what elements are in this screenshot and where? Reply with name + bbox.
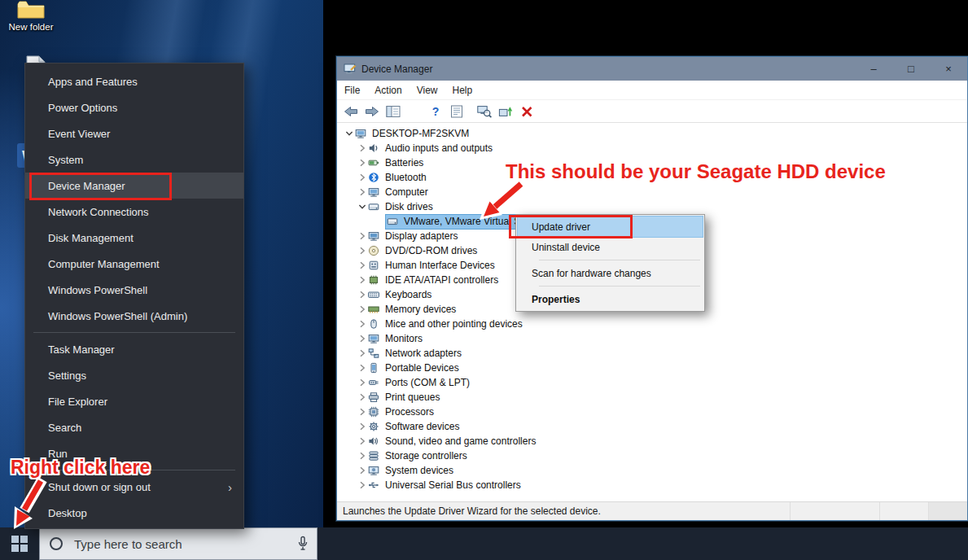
tree-item-ports-com-lpt[interactable]: Ports (COM & LPT) bbox=[337, 375, 967, 390]
tree-item-system-devices[interactable]: System devices bbox=[337, 463, 967, 478]
tree-item-software-devices[interactable]: Software devices bbox=[337, 419, 967, 434]
usb-controller-icon bbox=[368, 479, 380, 491]
chevron-down-icon[interactable] bbox=[357, 201, 368, 212]
tree-item-audio-inputs-and-outputs[interactable]: Audio inputs and outputs bbox=[337, 141, 967, 155]
resize-grip[interactable] bbox=[928, 502, 967, 520]
chevron-right-icon[interactable] bbox=[357, 479, 368, 491]
winx-item-windows-powershell-admin[interactable]: Windows PowerShell (Admin) bbox=[25, 303, 243, 329]
chevron-right-icon[interactable] bbox=[357, 245, 368, 256]
chevron-right-icon[interactable] bbox=[357, 333, 368, 344]
menu-help[interactable]: Help bbox=[445, 85, 480, 96]
chevron-right-icon[interactable] bbox=[357, 304, 368, 315]
winx-item-apps-and-features[interactable]: Apps and Features bbox=[25, 68, 243, 94]
context-item-scan-for-hardware-changes[interactable]: Scan for hardware changes bbox=[518, 263, 703, 283]
tree-item-print-queues[interactable]: Print queues bbox=[337, 390, 967, 405]
tree-item-processors[interactable]: Processors bbox=[337, 405, 967, 419]
tree-item-mice-and-other-pointing-devices[interactable]: Mice and other pointing devices bbox=[337, 317, 967, 331]
chevron-right-icon[interactable] bbox=[357, 274, 368, 286]
tree-item-label: DESKTOP-MF2SKVM bbox=[370, 128, 471, 139]
chevron-right-icon[interactable] bbox=[357, 450, 368, 462]
tree-item-label: Universal Serial Bus controllers bbox=[383, 479, 523, 491]
winx-item-disk-management[interactable]: Disk Management bbox=[25, 225, 243, 251]
desktop-icon-new-folder[interactable]: New folder bbox=[5, 0, 57, 32]
microphone-icon[interactable] bbox=[297, 536, 309, 552]
chevron-right-icon[interactable] bbox=[357, 230, 368, 242]
winx-item-label: Search bbox=[48, 422, 81, 434]
menu-view[interactable]: View bbox=[410, 85, 445, 96]
tree-item-desktop-mf2skvm[interactable]: DESKTOP-MF2SKVM bbox=[337, 126, 967, 141]
status-text: Launches the Update Driver Wizard for th… bbox=[337, 505, 790, 517]
menu-file[interactable]: File bbox=[337, 85, 367, 96]
serial-port-icon bbox=[368, 377, 380, 388]
tree-item-label: Batteries bbox=[383, 157, 425, 168]
menu-action[interactable]: Action bbox=[367, 85, 409, 96]
tree-item-label: Display adapters bbox=[383, 230, 459, 242]
help-icon[interactable]: ? bbox=[427, 103, 444, 120]
winx-item-task-manager[interactable]: Task Manager bbox=[25, 336, 243, 362]
tree-item-storage-controllers[interactable]: Storage controllers bbox=[337, 448, 967, 463]
hdd-annotation-text: This should be your Seagate HDD device bbox=[506, 160, 886, 183]
tree-item-label: Disk drives bbox=[383, 201, 435, 212]
winx-item-system[interactable]: System bbox=[25, 147, 243, 173]
start-button[interactable] bbox=[0, 527, 39, 560]
maximize-button[interactable]: □ bbox=[892, 57, 930, 81]
winx-item-file-explorer[interactable]: File Explorer bbox=[25, 388, 243, 414]
chevron-right-icon[interactable] bbox=[357, 362, 368, 374]
winx-item-network-connections[interactable]: Network Connections bbox=[25, 199, 243, 225]
winx-item-label: Shut down or sign out bbox=[48, 481, 151, 493]
chevron-right-icon[interactable] bbox=[357, 348, 368, 359]
properties-icon[interactable] bbox=[448, 103, 465, 120]
forward-arrow-icon[interactable] bbox=[363, 103, 380, 120]
minimize-button[interactable]: – bbox=[855, 57, 892, 81]
chevron-right-icon[interactable] bbox=[357, 392, 368, 403]
processor-icon bbox=[368, 406, 380, 418]
chevron-right-icon[interactable] bbox=[357, 142, 368, 154]
chevron-right-icon[interactable] bbox=[357, 157, 368, 168]
chevron-right-icon[interactable] bbox=[357, 377, 368, 388]
chevron-right-icon[interactable] bbox=[357, 406, 368, 418]
tree-item-monitors[interactable]: Monitors bbox=[337, 331, 967, 346]
chevron-right-icon[interactable] bbox=[357, 435, 368, 447]
chevron-right-icon[interactable] bbox=[357, 421, 368, 432]
winx-item-search[interactable]: Search bbox=[25, 414, 243, 440]
taskbar-search[interactable] bbox=[39, 527, 318, 560]
tree-item-label: Computer bbox=[383, 186, 430, 198]
winx-item-power-options[interactable]: Power Options bbox=[25, 94, 243, 120]
memory-icon bbox=[368, 304, 380, 315]
winx-item-event-viewer[interactable]: Event Viewer bbox=[25, 120, 243, 147]
tree-item-sound-video-and-game-controllers[interactable]: Sound, video and game controllers bbox=[337, 434, 967, 448]
tree-item-portable-devices[interactable]: Portable Devices bbox=[337, 361, 967, 375]
winx-item-windows-powershell[interactable]: Windows PowerShell bbox=[25, 277, 243, 303]
chevron-right-icon[interactable] bbox=[357, 465, 368, 476]
chevron-down-icon[interactable] bbox=[344, 128, 355, 139]
chevron-right-icon[interactable] bbox=[357, 260, 368, 271]
menu-separator bbox=[539, 260, 700, 260]
tree-item-label: IDE ATA/ATAPI controllers bbox=[383, 274, 500, 286]
chevron-right-icon[interactable] bbox=[357, 172, 368, 183]
tree-item-label: Mice and other pointing devices bbox=[383, 318, 524, 330]
update-driver-icon[interactable] bbox=[497, 103, 514, 120]
chevron-right-icon[interactable] bbox=[357, 186, 368, 198]
back-arrow-icon[interactable] bbox=[342, 103, 359, 120]
tree-item-universal-serial-bus-controllers[interactable]: Universal Serial Bus controllers bbox=[337, 478, 967, 492]
winx-item-settings[interactable]: Settings bbox=[25, 362, 243, 388]
uninstall-device-icon[interactable] bbox=[518, 103, 535, 120]
search-input[interactable] bbox=[72, 536, 297, 552]
show-console-tree-icon[interactable] bbox=[384, 103, 401, 120]
annotation-arrow-start-icon bbox=[5, 477, 47, 531]
tree-item-computer[interactable]: Computer bbox=[337, 185, 967, 199]
scan-hardware-changes-icon[interactable] bbox=[475, 103, 493, 120]
hid-icon bbox=[368, 260, 380, 271]
close-button[interactable]: × bbox=[930, 57, 967, 81]
chevron-right-icon[interactable] bbox=[357, 318, 368, 330]
context-item-properties[interactable]: Properties bbox=[518, 289, 703, 309]
winx-item-desktop[interactable]: Desktop bbox=[25, 500, 243, 526]
chevron-right-icon[interactable] bbox=[357, 289, 368, 300]
winx-item-computer-management[interactable]: Computer Management bbox=[25, 251, 243, 277]
tree-item-disk-drives[interactable]: Disk drives bbox=[337, 199, 967, 214]
start-annotation-text: Right click here bbox=[11, 457, 150, 479]
submenu-chevron-icon: › bbox=[228, 480, 232, 494]
titlebar[interactable]: Device Manager – □ × bbox=[337, 57, 967, 81]
tree-item-network-adapters[interactable]: Network adapters bbox=[337, 346, 967, 361]
context-item-uninstall-device[interactable]: Uninstall device bbox=[518, 237, 703, 257]
